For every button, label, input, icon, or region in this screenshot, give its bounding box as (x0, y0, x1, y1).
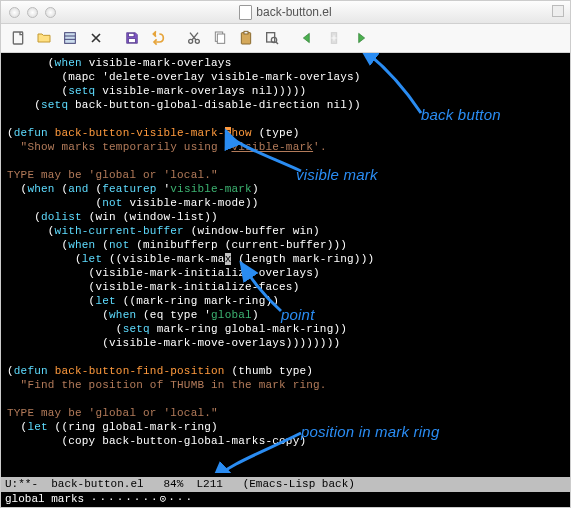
expand-icon[interactable] (552, 5, 564, 17)
svg-rect-1 (65, 33, 76, 44)
modeline: U:**- back-button.el 84% L211 (Emacs-Lis… (1, 477, 570, 492)
back-icon[interactable] (297, 28, 319, 48)
titlebar: back-button.el (1, 1, 570, 24)
editor-area[interactable]: (when visible-mark-overlays (mapc 'delet… (1, 53, 570, 477)
toolbar (1, 24, 570, 53)
cut-icon[interactable] (183, 28, 205, 48)
paste-icon[interactable] (235, 28, 257, 48)
document-icon (239, 5, 252, 20)
svg-rect-7 (217, 34, 224, 43)
minimize-window-icon[interactable] (27, 7, 38, 18)
minibuffer-label: global marks (5, 493, 91, 505)
dired-icon[interactable] (59, 28, 81, 48)
svg-rect-9 (244, 31, 248, 34)
new-file-icon[interactable] (7, 28, 29, 48)
zoom-window-icon[interactable] (45, 7, 56, 18)
svg-rect-2 (129, 33, 134, 36)
modeline-text: U:**- back-button.el 84% L211 (Emacs-Lis… (5, 478, 355, 490)
traffic-lights (1, 7, 56, 18)
forward-icon[interactable] (349, 28, 371, 48)
svg-rect-0 (13, 32, 22, 44)
mark-ring-indicator: ········⊙··· (91, 493, 194, 505)
svg-rect-3 (129, 39, 136, 43)
close-window-icon[interactable] (9, 7, 20, 18)
window-title: back-button.el (256, 5, 331, 19)
open-folder-icon[interactable] (33, 28, 55, 48)
close-icon[interactable] (85, 28, 107, 48)
minibuffer[interactable]: global marks ········⊙··· (1, 492, 570, 507)
search-icon[interactable] (261, 28, 283, 48)
save-icon[interactable] (121, 28, 143, 48)
undo-icon[interactable] (147, 28, 169, 48)
emacs-window: back-button.el (0, 0, 571, 508)
title-center: back-button.el (1, 5, 570, 20)
bookmark-icon[interactable] (323, 28, 345, 48)
copy-icon[interactable] (209, 28, 231, 48)
